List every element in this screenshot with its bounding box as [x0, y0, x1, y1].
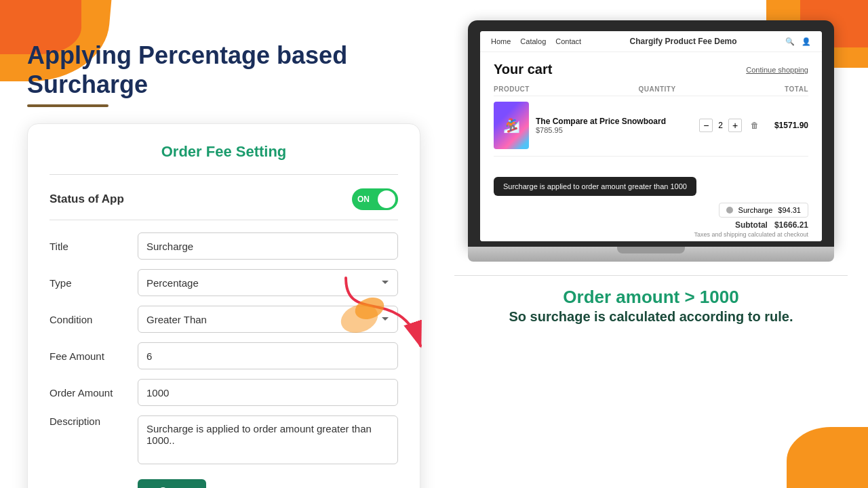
tooltip-text: Surcharge is applied to order amount gre…: [503, 182, 687, 190]
divider: [50, 174, 398, 175]
page-title: Applying Percentage based Surcharge: [27, 41, 420, 99]
taxes-note: Taxes and shipping calculated at checkou…: [694, 231, 808, 238]
title-label: Title: [50, 241, 138, 252]
cart-title: Your cart: [494, 62, 552, 77]
cart-header: Your cart Continue shopping: [494, 62, 808, 77]
col-quantity: QUANTITY: [638, 85, 675, 93]
item-total: $1571.90: [768, 121, 808, 130]
order-amount-label: Order Amount: [50, 387, 138, 399]
order-amount-row: Order Amount: [50, 379, 398, 406]
subtotal-row: Subtotal $1666.21: [735, 220, 808, 230]
fee-amount-label: Fee Amount: [50, 350, 138, 362]
bottom-line1: Order amount > 1000: [454, 287, 848, 308]
surcharge-section: Surcharge $94.31 Subtotal $1666.21 Taxes…: [494, 203, 808, 238]
bottom-line2: So surchage is calculated according to r…: [454, 309, 848, 325]
toggle-knob: [378, 190, 395, 208]
description-textarea[interactable]: Surcharge is applied to order amount gre…: [138, 415, 398, 464]
surcharge-amount: $94.31: [778, 206, 801, 214]
product-info: The Compare at Price Snowboard $785.95: [536, 117, 692, 134]
deco-bottom-right: [773, 427, 868, 488]
type-row: Type Percentage Fixed: [50, 269, 398, 296]
shop-content: Your cart Continue shopping PRODUCT QUAN…: [480, 52, 822, 241]
laptop-screen-inner: Home Catalog Contact Chargify Product Fe…: [480, 31, 822, 241]
subtotal-label: Subtotal: [735, 220, 768, 230]
form-card-title: Order Fee Setting: [50, 143, 398, 161]
title-row: Title: [50, 232, 398, 260]
cart-item: 🏂 The Compare at Price Snowboard $785.95…: [494, 102, 808, 157]
laptop-base: [468, 247, 834, 262]
product-image: 🏂: [494, 102, 529, 149]
description-label: Description: [50, 415, 138, 427]
save-button[interactable]: Save: [138, 479, 206, 488]
col-total: TOTAL: [785, 85, 808, 93]
qty-decrease-btn[interactable]: −: [699, 119, 713, 132]
product-name: The Compare at Price Snowboard: [536, 117, 692, 126]
right-panel: Home Catalog Contact Chargify Product Fe…: [454, 20, 848, 325]
product-price: $785.95: [536, 126, 692, 134]
qty-controls: − 2 +: [699, 119, 742, 132]
type-select[interactable]: Percentage Fixed: [138, 269, 398, 296]
type-label: Type: [50, 277, 138, 289]
condition-select[interactable]: Greater Than Less Than Equal To: [138, 306, 398, 333]
delete-item-btn[interactable]: 🗑: [749, 119, 761, 131]
surcharge-badge: Surcharge $94.31: [719, 203, 808, 218]
condition-row: Condition Greater Than Less Than Equal T…: [50, 306, 398, 333]
title-input[interactable]: [138, 232, 398, 260]
shop-nav-icons: 🔍 👤: [785, 37, 811, 46]
surcharge-dot: [726, 207, 733, 214]
continue-shopping-link[interactable]: Continue shopping: [746, 66, 808, 74]
toggle-text: ON: [357, 195, 370, 204]
laptop-screen-outer: Home Catalog Contact Chargify Product Fe…: [468, 20, 834, 247]
laptop-wrapper: Home Catalog Contact Chargify Product Fe…: [468, 20, 834, 262]
qty-value: 2: [718, 121, 723, 130]
title-underline: [27, 104, 108, 107]
fee-amount-row: Fee Amount: [50, 342, 398, 369]
surcharge-tooltip: Surcharge is applied to order amount gre…: [494, 177, 696, 196]
nav-home[interactable]: Home: [491, 37, 511, 45]
status-label: Status of App: [50, 192, 124, 206]
user-icon[interactable]: 👤: [802, 37, 811, 46]
left-panel: Applying Percentage based Surcharge Orde…: [27, 41, 420, 488]
cart-columns: PRODUCT QUANTITY TOTAL: [494, 85, 808, 96]
shop-nav-links: Home Catalog Contact: [491, 37, 581, 45]
qty-increase-btn[interactable]: +: [728, 119, 742, 132]
col-product: PRODUCT: [494, 85, 530, 93]
subtotal-amount: $1666.21: [774, 220, 808, 230]
description-row: Description Surcharge is applied to orde…: [50, 415, 398, 464]
nav-contact[interactable]: Contact: [555, 37, 581, 45]
search-icon[interactable]: 🔍: [785, 37, 795, 46]
shop-nav: Home Catalog Contact Chargify Product Fe…: [480, 31, 822, 52]
surcharge-label: Surcharge: [738, 206, 773, 214]
condition-label: Condition: [50, 314, 138, 325]
bottom-text: Order amount > 1000 So surchage is calcu…: [454, 275, 848, 325]
fee-amount-input[interactable]: [138, 342, 398, 369]
order-amount-input[interactable]: [138, 379, 398, 406]
form-card: Order Fee Setting Status of App ON Title…: [27, 123, 420, 488]
status-toggle[interactable]: ON: [352, 188, 398, 210]
shop-brand: Chargify Product Fee Demo: [630, 37, 737, 46]
nav-catalog[interactable]: Catalog: [520, 37, 546, 45]
status-row: Status of App ON: [50, 188, 398, 220]
